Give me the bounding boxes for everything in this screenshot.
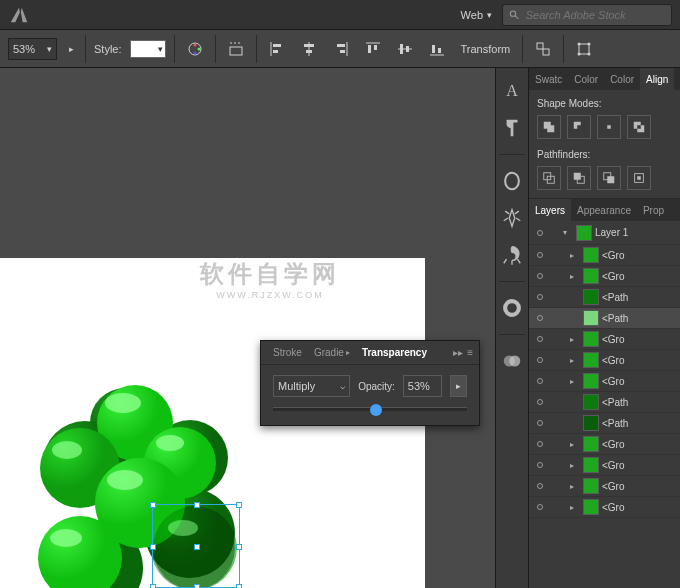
layer-row[interactable]: ▸<Gro <box>529 266 680 287</box>
layer-row[interactable]: <Path <box>529 287 680 308</box>
expand-toggle[interactable]: ▸ <box>570 356 580 365</box>
merge-button[interactable] <box>597 166 621 190</box>
recolor-artwork-button[interactable] <box>183 37 207 61</box>
tab-swatches[interactable]: Swatc <box>529 68 568 90</box>
align-to-button[interactable] <box>224 37 248 61</box>
search-input[interactable] <box>526 9 665 21</box>
layer-row[interactable]: <Path <box>529 308 680 329</box>
visibility-toggle[interactable] <box>533 437 547 451</box>
layer-row[interactable]: ▸<Gro <box>529 245 680 266</box>
workspace-selector[interactable]: Web ▾ <box>461 9 492 21</box>
visibility-toggle[interactable] <box>533 395 547 409</box>
expand-toggle[interactable]: ▸ <box>570 272 580 281</box>
symbols-panel-button[interactable] <box>501 244 523 266</box>
visibility-toggle[interactable] <box>533 500 547 514</box>
exclude-button[interactable] <box>627 115 651 139</box>
canvas-area[interactable]: 软件自学网 WWW.RJZXW.COM <box>0 68 495 588</box>
expand-toggle[interactable]: ▸ <box>570 251 580 260</box>
paragraph-panel-button[interactable] <box>501 117 523 139</box>
layers-list: ▾Layer 1▸<Gro▸<Gro<Path<Path▸<Gro▸<Gro▸<… <box>529 221 680 588</box>
trim-button[interactable] <box>567 166 591 190</box>
tab-appearance[interactable]: Appearance <box>571 199 637 221</box>
intersect-button[interactable] <box>597 115 621 139</box>
isolate-button[interactable] <box>572 37 596 61</box>
layer-row[interactable]: ▸<Gro <box>529 434 680 455</box>
align-top-button[interactable] <box>361 37 385 61</box>
layer-row[interactable]: <Path <box>529 392 680 413</box>
blend-mode-select[interactable]: Multiply ⌵ <box>273 375 350 397</box>
layer-name: <Gro <box>602 502 676 513</box>
visibility-toggle[interactable] <box>533 374 547 388</box>
panel-menu-button[interactable]: ≡ <box>467 347 473 358</box>
layer-row[interactable]: ▸<Gro <box>529 476 680 497</box>
panel-tabs: Stroke Gradie▸ Transparency ▸▸ ≡ <box>261 341 479 365</box>
align-left-button[interactable] <box>265 37 289 61</box>
tab-properties[interactable]: Prop <box>637 199 670 221</box>
svg-rect-15 <box>340 50 345 53</box>
opacity-slider[interactable] <box>273 407 467 411</box>
layer-name: Layer 1 <box>595 227 676 238</box>
tab-color[interactable]: Color <box>568 68 604 90</box>
expand-toggle[interactable]: ▸ <box>570 335 580 344</box>
tab-stroke[interactable]: Stroke <box>267 341 308 364</box>
layer-row[interactable]: <Path <box>529 413 680 434</box>
expand-toggle[interactable]: ▸ <box>570 482 580 491</box>
align-vcenter-button[interactable] <box>393 37 417 61</box>
visibility-toggle[interactable] <box>533 311 547 325</box>
visibility-toggle[interactable] <box>533 458 547 472</box>
expand-toggle[interactable]: ▸ <box>570 503 580 512</box>
expand-toggle[interactable]: ▾ <box>563 228 573 237</box>
svg-point-28 <box>578 42 581 45</box>
visibility-toggle[interactable] <box>533 248 547 262</box>
align-right-button[interactable] <box>329 37 353 61</box>
shape-panel-button[interactable] <box>501 170 523 192</box>
shape-tool-button[interactable] <box>531 37 555 61</box>
unite-button[interactable] <box>537 115 561 139</box>
style-swatch[interactable]: ▾ <box>130 40 166 58</box>
visibility-toggle[interactable] <box>533 332 547 346</box>
search-adobe-stock[interactable] <box>502 4 672 26</box>
tab-gradient[interactable]: Gradie▸ <box>308 341 356 364</box>
layer-thumbnail <box>583 247 599 263</box>
align-hcenter-button[interactable] <box>297 37 321 61</box>
layer-row[interactable]: ▸<Gro <box>529 371 680 392</box>
selection-box[interactable] <box>152 504 240 588</box>
layer-thumbnail <box>583 457 599 473</box>
layer-row[interactable]: ▸<Gro <box>529 455 680 476</box>
layer-row[interactable]: ▸<Gro <box>529 497 680 518</box>
opacity-popup-button[interactable]: ▸ <box>450 375 467 397</box>
crop-button[interactable] <box>627 166 651 190</box>
divide-button[interactable] <box>537 166 561 190</box>
layer-row[interactable]: ▸<Gro <box>529 350 680 371</box>
svg-rect-8 <box>273 44 281 47</box>
brushes-panel-button[interactable] <box>501 207 523 229</box>
slider-thumb[interactable] <box>370 404 382 416</box>
expand-toggle[interactable]: ▸ <box>570 440 580 449</box>
tab-color-guide[interactable]: Color <box>604 68 640 90</box>
transparency-dock-button[interactable] <box>501 350 523 372</box>
minus-front-button[interactable] <box>567 115 591 139</box>
opacity-value-field[interactable]: 53% <box>403 375 442 397</box>
panel-expand-button[interactable]: ▸▸ <box>453 347 463 358</box>
tab-layers[interactable]: Layers <box>529 199 571 221</box>
type-panel-button[interactable]: A <box>501 80 523 102</box>
expand-toggle[interactable]: ▸ <box>570 461 580 470</box>
visibility-toggle[interactable] <box>533 479 547 493</box>
color-panel-button[interactable] <box>501 297 523 319</box>
prev-object-button[interactable]: ▸ <box>65 44 77 54</box>
align-bottom-button[interactable] <box>425 37 449 61</box>
zoom-input[interactable] <box>13 43 43 55</box>
zoom-field[interactable]: ▾ <box>8 38 57 60</box>
tab-transparency[interactable]: Transparency <box>356 341 433 364</box>
watermark-text: 软件自学网 <box>200 258 340 290</box>
visibility-toggle[interactable] <box>533 290 547 304</box>
layer-row[interactable]: ▸<Gro <box>529 329 680 350</box>
expand-toggle[interactable]: ▸ <box>570 377 580 386</box>
visibility-toggle[interactable] <box>533 269 547 283</box>
visibility-toggle[interactable] <box>533 353 547 367</box>
visibility-toggle[interactable] <box>533 416 547 430</box>
visibility-toggle[interactable] <box>533 226 547 240</box>
transparency-panel: Stroke Gradie▸ Transparency ▸▸ ≡ Multipl… <box>260 340 480 426</box>
tab-align[interactable]: Align <box>640 68 674 90</box>
layer-row[interactable]: ▾Layer 1 <box>529 221 680 245</box>
